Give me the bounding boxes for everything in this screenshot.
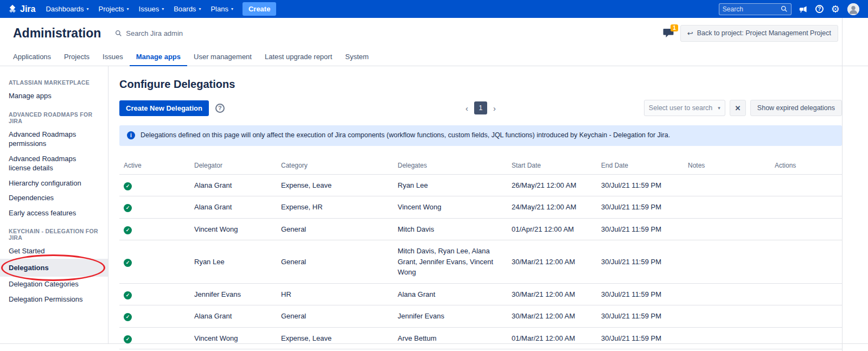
cell-delegator: Alana Grant: [190, 174, 277, 196]
sidebar-item-roadmaps-license[interactable]: Advanced Roadmaps license details: [0, 151, 108, 176]
cell-end-date: 30/Jul/21 11:59 PM: [597, 327, 684, 349]
cell-end-date: 30/Jul/21 11:59 PM: [597, 305, 684, 328]
active-check-icon: ✓: [124, 182, 132, 190]
delegation-row: ✓Alana GrantExpense, LeaveRyan Lee26/May…: [119, 174, 842, 196]
nav-plans[interactable]: Plans ▾: [206, 0, 238, 18]
cell-end-date: 30/Jul/21 11:59 PM: [597, 283, 684, 305]
question-mark-glyph: ?: [815, 5, 824, 13]
tab-issues[interactable]: Issues: [96, 48, 130, 66]
tab-system[interactable]: System: [339, 48, 375, 66]
sidebar-item-manage-apps[interactable]: Manage apps: [0, 88, 108, 104]
cell-notes: [684, 305, 770, 328]
cell-active: ✓: [119, 218, 190, 240]
content-right-divider: [842, 18, 843, 351]
tab-manage-apps[interactable]: Manage apps: [130, 48, 187, 66]
cell-active: ✓: [119, 327, 190, 349]
sidebar-item-roadmaps-permissions[interactable]: Advanced Roadmaps permissions: [0, 127, 108, 151]
nav-boards[interactable]: Boards ▾: [169, 0, 206, 18]
delegation-row: ✓Alana GrantGeneralJennifer Evans30/Mar/…: [119, 305, 842, 328]
pagination-prev-button[interactable]: ‹: [465, 104, 468, 113]
sidebar-item-delegations-label: Delegations: [9, 264, 49, 272]
active-check-icon: ✓: [124, 291, 132, 299]
cell-end-date: 30/Jul/21 11:59 PM: [597, 218, 684, 240]
nav-dashboards[interactable]: Dashboards ▾: [41, 0, 93, 18]
cell-actions: [770, 349, 842, 351]
settings-gear-icon[interactable]: ⚙: [831, 4, 840, 14]
cell-notes: [684, 327, 770, 349]
sidebar-item-early-access[interactable]: Early access features: [0, 206, 108, 221]
clear-filter-button[interactable]: ✕: [730, 100, 746, 116]
nav-issues[interactable]: Issues ▾: [134, 0, 169, 18]
sidebar-item-delegation-permissions[interactable]: Delegation Permissions: [0, 292, 108, 307]
delegation-row: ✓Jennifer EvansHRAlana Grant30/Mar/21 12…: [119, 283, 842, 305]
help-icon[interactable]: ?: [815, 5, 824, 13]
pagination-next-button[interactable]: ›: [493, 104, 496, 113]
tab-projects[interactable]: Projects: [58, 48, 96, 66]
create-new-delegation-button[interactable]: Create New Delegation: [119, 100, 209, 116]
cell-active: ✓: [119, 174, 190, 196]
cell-category: General: [277, 349, 393, 351]
cell-end-date: 30/Jul/21 11:59 PM: [597, 349, 684, 351]
cell-active: ✓: [119, 240, 190, 284]
cell-actions: [770, 240, 842, 284]
notification-badge: 1: [671, 24, 678, 31]
admin-search-input[interactable]: [126, 29, 229, 37]
cell-delegator: Alana Grant: [190, 305, 277, 328]
cell-start-date: 01/Mar/21 12:00 AM: [507, 327, 597, 349]
col-header-notes: Notes: [684, 157, 770, 175]
pagination: ‹ 1 ›: [465, 101, 496, 114]
cell-end-date: 30/Jul/21 11:59 PM: [597, 174, 684, 196]
main-nav: Dashboards ▾ Projects ▾ Issues ▾ Boards …: [41, 0, 276, 18]
help-icon[interactable]: ?: [215, 104, 225, 113]
cell-delegator: Jennifer Evans: [190, 283, 277, 305]
col-header-delegator: Delegator: [190, 157, 277, 175]
main-panel: Configure Delegations Create New Delegat…: [108, 66, 868, 343]
topnav-right: ? ⚙: [719, 3, 863, 15]
cell-start-date: 24/May/21 12:00 AM: [507, 196, 597, 219]
create-issue-button[interactable]: Create: [242, 2, 276, 16]
sidebar-item-delegations[interactable]: Delegations: [0, 259, 108, 277]
cell-active: ✓: [119, 283, 190, 305]
cell-actions: [770, 283, 842, 305]
cell-delegator: Alana Grant: [190, 196, 277, 219]
cell-delegates: Jennifer Evans: [393, 305, 507, 328]
active-check-icon: ✓: [124, 226, 132, 234]
announcement-icon[interactable]: [799, 5, 808, 14]
tab-latest-upgrade-report[interactable]: Latest upgrade report: [258, 48, 339, 66]
user-avatar[interactable]: [847, 3, 859, 15]
jira-logo[interactable]: Jira: [5, 4, 41, 14]
chevron-down-icon: ▾: [162, 7, 164, 11]
notifications-icon[interactable]: 1: [663, 28, 674, 38]
chevron-down-icon: ▾: [127, 7, 129, 11]
admin-search[interactable]: [115, 29, 229, 37]
nav-projects[interactable]: Projects ▾: [94, 0, 134, 18]
col-header-active: Active: [119, 157, 190, 175]
tab-user-management[interactable]: User management: [187, 48, 258, 66]
delegation-row: ✓Vincent WongGeneralMitch Davis01/Apr/21…: [119, 218, 842, 240]
cell-start-date: 30/Jan/21 12:00 AM: [507, 349, 597, 351]
jira-logo-text: Jira: [20, 4, 35, 14]
cell-delegates: Mitch Davis: [393, 218, 507, 240]
back-to-project-button[interactable]: ↩ Back to project: Project Management Pr…: [680, 25, 838, 42]
tab-applications[interactable]: Applications: [13, 48, 58, 66]
cell-delegator: Administrator: [190, 349, 277, 351]
show-expired-delegations-button[interactable]: Show expired delegations: [750, 100, 842, 116]
cell-start-date: 30/Mar/21 12:00 AM: [507, 240, 597, 284]
sidebar-item-hierarchy-configuration[interactable]: Hierarchy configuration: [0, 176, 108, 191]
pagination-current-page[interactable]: 1: [474, 101, 487, 114]
sidebar-item-dependencies[interactable]: Dependencies: [0, 190, 108, 206]
user-filter-placeholder: Select user to search: [649, 104, 712, 112]
global-search-input[interactable]: [723, 5, 781, 13]
user-filter-select[interactable]: Select user to search ▾: [644, 100, 725, 116]
cell-end-date: 30/Jul/21 11:59 PM: [597, 196, 684, 219]
sidebar-item-get-started[interactable]: Get Started: [0, 244, 108, 259]
content-area: ATLASSIAN MARKETPLACE Manage apps ADVANC…: [0, 66, 868, 344]
cell-actions: [770, 305, 842, 328]
cell-notes: [684, 196, 770, 219]
sidebar-item-delegation-categories[interactable]: Delegation Categories: [0, 277, 108, 292]
global-search[interactable]: [719, 3, 792, 15]
jira-admin-page: Jira Dashboards ▾ Projects ▾ Issues ▾ Bo…: [0, 0, 868, 351]
avatar-person-icon: [847, 3, 859, 15]
chevron-down-icon: ▾: [199, 7, 201, 11]
col-header-category: Category: [277, 157, 393, 175]
